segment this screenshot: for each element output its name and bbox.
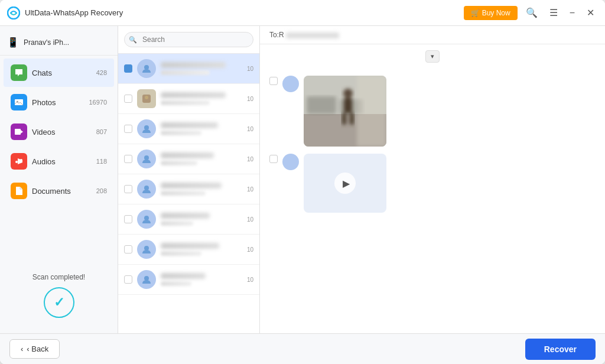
chats-icon (11, 64, 27, 81)
svg-point-9 (145, 96, 148, 99)
sidebar-item-audios[interactable]: Audios 118 (4, 147, 114, 176)
message-row: ▶ (269, 154, 596, 213)
detail-header: To:R (260, 26, 605, 44)
svg-point-13 (144, 216, 149, 220)
chat-info (161, 273, 242, 286)
svg-rect-23 (350, 113, 354, 125)
avatar (137, 119, 156, 138)
detail-content: ▶ (260, 69, 605, 333)
play-button[interactable]: ▶ (334, 173, 356, 194)
minimize-button[interactable]: − (566, 5, 578, 21)
audios-icon (11, 153, 27, 170)
chat-item-checkbox[interactable] (124, 95, 132, 103)
chat-item-checkbox[interactable] (124, 64, 132, 73)
avatar (137, 150, 156, 168)
play-icon: ▶ (343, 178, 350, 189)
chat-sub-blurred (161, 70, 210, 75)
message-video: ▶ (304, 154, 386, 213)
sidebar-item-chats-count: 428 (96, 69, 107, 76)
chat-list-panel: 10 10 (118, 26, 260, 333)
app-logo-icon (7, 6, 20, 20)
app-title: UltData-WhatsApp Recovery (25, 8, 459, 17)
scan-completed-label: Scan completed! (32, 273, 85, 281)
sidebar: 📱 Pranav's iPh... Chats 428 Photos 16970 (0, 26, 118, 333)
search-icon-button[interactable]: 🔍 (522, 5, 541, 21)
svg-point-20 (343, 89, 353, 98)
sidebar-item-chats[interactable]: Chats 428 (4, 58, 114, 87)
chat-sub-blurred (161, 161, 197, 165)
sidebar-item-photos[interactable]: Photos 16970 (4, 88, 114, 116)
sidebar-item-videos[interactable]: Videos 807 (4, 118, 114, 146)
message-avatar (282, 154, 299, 170)
chat-name-blurred (161, 152, 214, 158)
titlebar: UltData-WhatsApp Recovery 🛒 Buy Now 🔍 ☰ … (0, 0, 605, 26)
svg-rect-6 (20, 159, 22, 161)
sidebar-item-audios-count: 118 (96, 158, 107, 165)
back-button[interactable]: ‹ ‹ Back (9, 339, 60, 359)
svg-point-12 (144, 186, 149, 190)
message-image (304, 76, 386, 147)
sidebar-item-videos-count: 807 (96, 128, 107, 135)
chat-item-checkbox[interactable] (124, 155, 132, 163)
chat-info (161, 62, 242, 75)
app-window: UltData-WhatsApp Recovery 🛒 Buy Now 🔍 ☰ … (0, 0, 605, 364)
chat-info (161, 152, 242, 165)
list-item[interactable]: 10 (118, 144, 259, 174)
list-item[interactable]: 10 (118, 204, 259, 235)
chat-name-blurred (161, 92, 226, 98)
message-checkbox[interactable] (269, 77, 278, 85)
device-item[interactable]: 📱 Pranav's iPh... (0, 32, 118, 53)
chat-count: 10 (247, 216, 253, 223)
message-bubble: ▶ (304, 154, 386, 213)
svg-point-14 (144, 246, 149, 251)
list-item[interactable]: 10 (118, 114, 259, 144)
close-button[interactable]: ✕ (583, 5, 598, 21)
svg-marker-4 (21, 130, 23, 134)
menu-icon-button[interactable]: ☰ (546, 5, 561, 21)
avatar (137, 89, 156, 108)
avatar (137, 180, 156, 199)
svg-point-11 (144, 155, 149, 160)
chat-count: 10 (247, 156, 253, 162)
chat-item-checkbox[interactable] (124, 125, 132, 133)
chat-info (161, 183, 242, 196)
chat-item-checkbox[interactable] (124, 215, 132, 223)
chat-name-blurred (161, 243, 219, 249)
chat-list: 10 10 (118, 54, 259, 333)
search-input[interactable] (124, 32, 253, 47)
list-item[interactable]: 10 (118, 54, 259, 84)
message-checkbox[interactable] (269, 155, 278, 163)
list-item[interactable]: 10 (118, 265, 259, 295)
chat-info (161, 122, 242, 135)
chat-item-checkbox[interactable] (124, 185, 132, 193)
svg-rect-5 (15, 161, 18, 163)
svg-rect-22 (342, 113, 346, 125)
list-item[interactable]: 10 (118, 235, 259, 265)
detail-dropdown[interactable]: ▾ (425, 50, 440, 63)
avatar (137, 270, 156, 289)
chat-name-blurred (161, 122, 218, 128)
sidebar-item-documents-count: 208 (96, 187, 107, 194)
recover-button[interactable]: Recover (525, 339, 596, 360)
detail-to-value-blurred (286, 32, 339, 38)
buy-now-button[interactable]: 🛒 Buy Now (464, 6, 517, 20)
chat-sub-blurred (161, 281, 191, 286)
svg-point-0 (8, 7, 19, 19)
documents-icon (11, 183, 27, 199)
detail-panel: To:R ▾ (260, 26, 605, 333)
svg-point-7 (144, 65, 149, 70)
chat-item-checkbox[interactable] (124, 275, 132, 284)
sidebar-item-audios-label: Audios (32, 157, 92, 166)
list-item[interactable]: 10 (118, 84, 259, 114)
sidebar-item-documents[interactable]: Documents 208 (4, 177, 114, 205)
back-chevron-icon: ‹ (21, 344, 23, 353)
chat-item-checkbox[interactable] (124, 245, 132, 254)
chat-count: 10 (247, 66, 253, 72)
chat-info (161, 213, 242, 226)
list-item[interactable]: 10 (118, 174, 259, 204)
chat-name-blurred (161, 62, 226, 68)
sidebar-item-photos-count: 16970 (89, 99, 107, 106)
bottom-bar: ‹ ‹ Back Recover (0, 333, 605, 364)
chat-count: 10 (247, 246, 253, 253)
back-button-label: ‹ Back (27, 344, 48, 353)
